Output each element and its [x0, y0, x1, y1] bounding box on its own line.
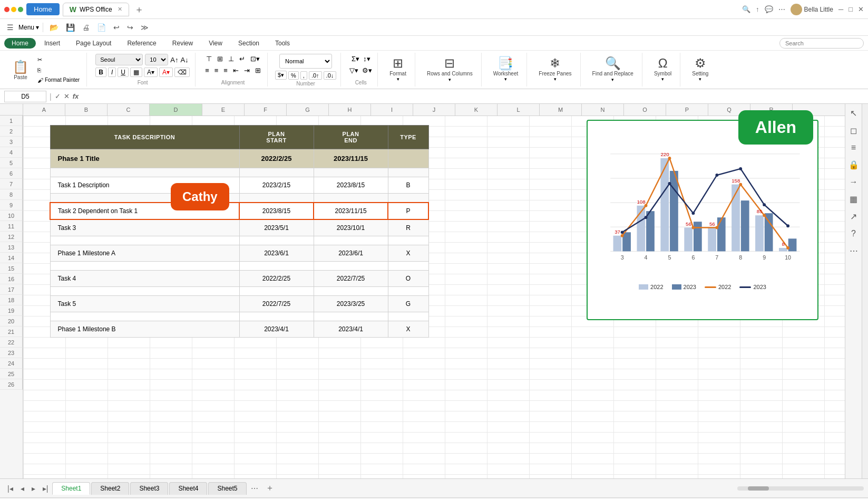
tab-home[interactable]: Home	[4, 38, 36, 49]
window-min-icon[interactable]: ─	[838, 5, 843, 13]
sheet-nav-last[interactable]: ▸|	[40, 483, 52, 494]
win-min-btn[interactable]	[11, 7, 16, 12]
shape-icon[interactable]: ◻	[850, 126, 857, 136]
layers-icon[interactable]: ≡	[851, 143, 856, 152]
more-align-button[interactable]: ⊞	[253, 65, 263, 75]
table-row-3[interactable]: Task 32023/5/12023/10/1R	[50, 219, 428, 236]
search-toolbar-icon[interactable]: 🔍	[742, 5, 750, 13]
formula-input[interactable]	[82, 91, 864, 102]
comment-icon[interactable]: 💬	[765, 5, 773, 13]
wrap-text-button[interactable]: ↵	[237, 54, 247, 64]
cancel-icon[interactable]: ✕	[64, 92, 70, 100]
format-painter-button[interactable]: 🖌 Format Painter	[35, 76, 82, 84]
open-icon[interactable]: 📂	[47, 22, 61, 33]
grid-icon[interactable]: ▦	[850, 194, 857, 204]
sum-icon[interactable]: Σ▾	[350, 54, 360, 64]
sheet-tab-sheet1[interactable]: Sheet1	[52, 482, 90, 495]
menu-button[interactable]: ☰	[4, 22, 16, 33]
table-row-7[interactable]: Phase 1 Milestone B2023/4/12023/4/1X	[50, 321, 428, 338]
percent-button[interactable]: %	[288, 71, 299, 80]
underline-button[interactable]: U	[118, 68, 129, 77]
window-close-icon[interactable]: ✕	[858, 5, 864, 13]
symbol-button[interactable]: Ω Symbol ▾	[650, 54, 676, 84]
win-close-btn[interactable]	[4, 7, 9, 12]
question-icon[interactable]: ?	[851, 229, 856, 238]
freeze-panes-button[interactable]: ❄ Freeze Panes ▾	[534, 54, 576, 84]
sheet-add-button[interactable]: ＋	[262, 482, 277, 495]
search-input[interactable]	[779, 38, 864, 49]
currency-button[interactable]: $▾	[275, 71, 287, 80]
find-replace-button[interactable]: 🔍 Find and Replace ▾	[588, 54, 638, 84]
fill-color-button[interactable]: A▾	[144, 68, 158, 77]
save-icon[interactable]: 💾	[63, 22, 77, 33]
comma-button[interactable]: ,	[300, 71, 307, 80]
undo-icon[interactable]: ↩	[111, 22, 122, 33]
table-row-2[interactable]: Task 2 Dependent on Task 12023/8/152023/…	[50, 203, 428, 219]
tab-review[interactable]: Review	[165, 37, 200, 49]
cursor-icon[interactable]: ↖	[850, 108, 857, 118]
cells-more-icon[interactable]: ⚙▾	[361, 65, 373, 75]
border-button[interactable]: ▦	[130, 68, 142, 77]
paste-button[interactable]: 📋 Paste	[8, 57, 33, 82]
rows-columns-button[interactable]: ⊟ Rows and Columns ▾	[423, 54, 477, 84]
indent-less-button[interactable]: ⇤	[231, 65, 241, 75]
tab-section[interactable]: Section	[231, 37, 267, 49]
tab-insert[interactable]: Insert	[37, 37, 67, 49]
sheet-tab-sheet4[interactable]: Sheet4	[169, 482, 207, 495]
font-size-select[interactable]: 10	[145, 54, 168, 65]
check-icon[interactable]: ✓	[55, 92, 61, 100]
font-increase-icon[interactable]: A↑	[170, 56, 178, 64]
indent-more-button[interactable]: ⇥	[242, 65, 252, 75]
align-middle-button[interactable]: ⊞	[215, 54, 225, 64]
table-row-1[interactable]: Task 1 Description2023/2/152023/8/15B	[50, 177, 428, 194]
sheet-tab-sheet5[interactable]: Sheet5	[208, 482, 246, 495]
cut-button[interactable]: ✂	[35, 55, 82, 64]
dots-icon[interactable]: ⋯	[850, 246, 858, 256]
arrow-right-icon[interactable]: →	[850, 177, 858, 187]
tab-close-icon[interactable]: ✕	[118, 6, 122, 13]
worksheet-button[interactable]: 📑 Worksheet ▾	[489, 54, 523, 84]
italic-button[interactable]: I	[108, 68, 116, 77]
menu-label[interactable]: Menu ▾	[18, 24, 39, 31]
merge-button[interactable]: ⊡▾	[248, 54, 262, 64]
redo-icon[interactable]: ↪	[124, 22, 136, 33]
sheet-inner[interactable]: ABCDEFGHIJKLMNOPQR TASK DESCRIPTION PLAN…	[23, 104, 845, 478]
share2-icon[interactable]: ↗	[850, 212, 857, 222]
tab-page-layout[interactable]: Page Layout	[69, 37, 119, 49]
decimal-dec-button[interactable]: .0↓	[324, 71, 337, 80]
sheet-tab-sheet3[interactable]: Sheet3	[130, 482, 168, 495]
share-icon[interactable]: ↑	[756, 5, 759, 13]
table-row-5[interactable]: Task 42022/2/252022/7/25O	[50, 271, 428, 287]
cell-reference-input[interactable]	[4, 91, 46, 102]
table-row-4[interactable]: Phase 1 Milestone A2023/6/12023/6/1X	[50, 245, 428, 262]
font-decrease-icon[interactable]: A↓	[180, 56, 188, 64]
sheet-nav-prev[interactable]: ◂	[17, 483, 27, 494]
add-tab-button[interactable]: ＋	[134, 3, 144, 16]
font-color-button[interactable]: A▾	[159, 68, 173, 77]
table-row-0[interactable]: Phase 1 Title2022/2/252023/11/15	[50, 149, 428, 168]
horizontal-scrollbar[interactable]	[737, 486, 864, 491]
sheet-tab-sheet2[interactable]: Sheet2	[91, 482, 129, 495]
vertical-scrollbar[interactable]	[862, 104, 868, 478]
sheet-nav-next[interactable]: ▸	[28, 483, 38, 494]
decimal-inc-button[interactable]: .0↑	[309, 71, 322, 80]
function-icon[interactable]: fx	[73, 92, 79, 100]
print-icon[interactable]: 🖨	[80, 22, 92, 33]
align-right-button[interactable]: ≡	[221, 65, 230, 75]
tab-tools[interactable]: Tools	[268, 37, 297, 49]
style-select[interactable]: Normal	[279, 54, 332, 69]
align-bottom-button[interactable]: ⊥	[226, 54, 236, 64]
window-max-icon[interactable]: □	[849, 5, 853, 13]
horizontal-scrollbar-thumb[interactable]	[748, 486, 769, 491]
align-left-button[interactable]: ≡	[203, 65, 211, 75]
clear-format-button[interactable]: ⌫	[174, 68, 190, 77]
format-button[interactable]: ⊞ Format ▾	[385, 54, 411, 84]
table-row-6[interactable]: Task 52022/7/252023/3/25G	[50, 296, 428, 312]
align-center-button[interactable]: ≡	[212, 65, 221, 75]
sheet-more-button[interactable]: ⋯	[248, 483, 261, 494]
copy-button[interactable]: ⎘	[35, 66, 82, 74]
align-top-button[interactable]: ⊤	[204, 54, 214, 64]
more-tools-icon[interactable]: ≫	[138, 22, 151, 33]
lock-icon[interactable]: 🔒	[849, 160, 859, 170]
wps-office-tab[interactable]: W WPS Office ✕	[63, 3, 129, 16]
